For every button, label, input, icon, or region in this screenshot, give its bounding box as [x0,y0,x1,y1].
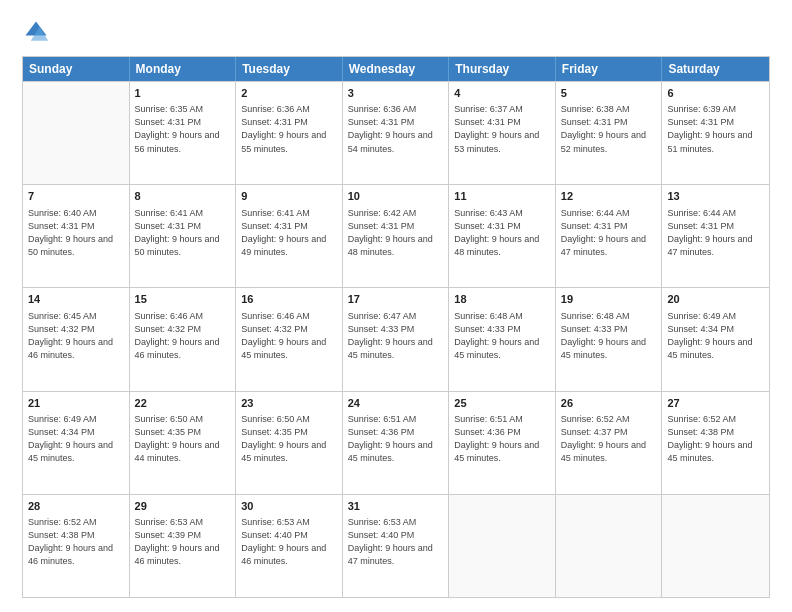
cal-cell [662,495,769,597]
day-number: 24 [348,396,444,411]
day-info: Sunrise: 6:53 AM Sunset: 4:40 PM Dayligh… [241,516,337,568]
day-number: 11 [454,189,550,204]
day-number: 18 [454,292,550,307]
day-number: 31 [348,499,444,514]
weekday-header-thursday: Thursday [449,57,556,81]
weekday-header-tuesday: Tuesday [236,57,343,81]
calendar-body: 1Sunrise: 6:35 AM Sunset: 4:31 PM Daylig… [23,81,769,597]
cal-cell: 22Sunrise: 6:50 AM Sunset: 4:35 PM Dayli… [130,392,237,494]
day-info: Sunrise: 6:52 AM Sunset: 4:37 PM Dayligh… [561,413,657,465]
weekday-header-monday: Monday [130,57,237,81]
day-number: 28 [28,499,124,514]
day-number: 26 [561,396,657,411]
cal-cell [23,82,130,184]
day-number: 30 [241,499,337,514]
cal-cell: 6Sunrise: 6:39 AM Sunset: 4:31 PM Daylig… [662,82,769,184]
day-info: Sunrise: 6:36 AM Sunset: 4:31 PM Dayligh… [241,103,337,155]
day-info: Sunrise: 6:52 AM Sunset: 4:38 PM Dayligh… [667,413,764,465]
weekday-header-sunday: Sunday [23,57,130,81]
day-number: 27 [667,396,764,411]
week-row-3: 14Sunrise: 6:45 AM Sunset: 4:32 PM Dayli… [23,287,769,390]
cal-cell: 12Sunrise: 6:44 AM Sunset: 4:31 PM Dayli… [556,185,663,287]
day-info: Sunrise: 6:50 AM Sunset: 4:35 PM Dayligh… [135,413,231,465]
calendar-header: SundayMondayTuesdayWednesdayThursdayFrid… [23,57,769,81]
day-number: 2 [241,86,337,101]
cal-cell: 29Sunrise: 6:53 AM Sunset: 4:39 PM Dayli… [130,495,237,597]
cal-cell: 2Sunrise: 6:36 AM Sunset: 4:31 PM Daylig… [236,82,343,184]
cal-cell: 15Sunrise: 6:46 AM Sunset: 4:32 PM Dayli… [130,288,237,390]
day-info: Sunrise: 6:51 AM Sunset: 4:36 PM Dayligh… [454,413,550,465]
day-number: 13 [667,189,764,204]
day-info: Sunrise: 6:43 AM Sunset: 4:31 PM Dayligh… [454,207,550,259]
day-info: Sunrise: 6:49 AM Sunset: 4:34 PM Dayligh… [667,310,764,362]
day-number: 3 [348,86,444,101]
cal-cell: 18Sunrise: 6:48 AM Sunset: 4:33 PM Dayli… [449,288,556,390]
day-number: 6 [667,86,764,101]
cal-cell: 16Sunrise: 6:46 AM Sunset: 4:32 PM Dayli… [236,288,343,390]
day-number: 29 [135,499,231,514]
week-row-5: 28Sunrise: 6:52 AM Sunset: 4:38 PM Dayli… [23,494,769,597]
day-info: Sunrise: 6:36 AM Sunset: 4:31 PM Dayligh… [348,103,444,155]
cal-cell: 14Sunrise: 6:45 AM Sunset: 4:32 PM Dayli… [23,288,130,390]
cal-cell: 26Sunrise: 6:52 AM Sunset: 4:37 PM Dayli… [556,392,663,494]
day-number: 17 [348,292,444,307]
weekday-header-saturday: Saturday [662,57,769,81]
cal-cell: 28Sunrise: 6:52 AM Sunset: 4:38 PM Dayli… [23,495,130,597]
cal-cell: 30Sunrise: 6:53 AM Sunset: 4:40 PM Dayli… [236,495,343,597]
day-info: Sunrise: 6:46 AM Sunset: 4:32 PM Dayligh… [135,310,231,362]
cal-cell: 23Sunrise: 6:50 AM Sunset: 4:35 PM Dayli… [236,392,343,494]
cal-cell: 8Sunrise: 6:41 AM Sunset: 4:31 PM Daylig… [130,185,237,287]
day-number: 1 [135,86,231,101]
cal-cell: 25Sunrise: 6:51 AM Sunset: 4:36 PM Dayli… [449,392,556,494]
cal-cell: 21Sunrise: 6:49 AM Sunset: 4:34 PM Dayli… [23,392,130,494]
cal-cell: 17Sunrise: 6:47 AM Sunset: 4:33 PM Dayli… [343,288,450,390]
week-row-4: 21Sunrise: 6:49 AM Sunset: 4:34 PM Dayli… [23,391,769,494]
day-info: Sunrise: 6:41 AM Sunset: 4:31 PM Dayligh… [135,207,231,259]
page-header [22,18,770,46]
week-row-2: 7Sunrise: 6:40 AM Sunset: 4:31 PM Daylig… [23,184,769,287]
day-number: 4 [454,86,550,101]
day-number: 25 [454,396,550,411]
day-info: Sunrise: 6:40 AM Sunset: 4:31 PM Dayligh… [28,207,124,259]
cal-cell [449,495,556,597]
calendar: SundayMondayTuesdayWednesdayThursdayFrid… [22,56,770,598]
day-number: 22 [135,396,231,411]
cal-cell: 7Sunrise: 6:40 AM Sunset: 4:31 PM Daylig… [23,185,130,287]
week-row-1: 1Sunrise: 6:35 AM Sunset: 4:31 PM Daylig… [23,81,769,184]
day-info: Sunrise: 6:38 AM Sunset: 4:31 PM Dayligh… [561,103,657,155]
cal-cell: 4Sunrise: 6:37 AM Sunset: 4:31 PM Daylig… [449,82,556,184]
day-info: Sunrise: 6:37 AM Sunset: 4:31 PM Dayligh… [454,103,550,155]
day-number: 5 [561,86,657,101]
day-info: Sunrise: 6:39 AM Sunset: 4:31 PM Dayligh… [667,103,764,155]
cal-cell: 24Sunrise: 6:51 AM Sunset: 4:36 PM Dayli… [343,392,450,494]
cal-cell: 13Sunrise: 6:44 AM Sunset: 4:31 PM Dayli… [662,185,769,287]
cal-cell: 3Sunrise: 6:36 AM Sunset: 4:31 PM Daylig… [343,82,450,184]
day-number: 9 [241,189,337,204]
cal-cell: 20Sunrise: 6:49 AM Sunset: 4:34 PM Dayli… [662,288,769,390]
day-number: 16 [241,292,337,307]
day-number: 19 [561,292,657,307]
weekday-header-wednesday: Wednesday [343,57,450,81]
day-number: 12 [561,189,657,204]
cal-cell: 31Sunrise: 6:53 AM Sunset: 4:40 PM Dayli… [343,495,450,597]
day-number: 21 [28,396,124,411]
day-number: 14 [28,292,124,307]
logo-icon [22,18,50,46]
day-number: 10 [348,189,444,204]
day-info: Sunrise: 6:41 AM Sunset: 4:31 PM Dayligh… [241,207,337,259]
day-info: Sunrise: 6:35 AM Sunset: 4:31 PM Dayligh… [135,103,231,155]
day-info: Sunrise: 6:53 AM Sunset: 4:39 PM Dayligh… [135,516,231,568]
cal-cell: 9Sunrise: 6:41 AM Sunset: 4:31 PM Daylig… [236,185,343,287]
day-number: 8 [135,189,231,204]
day-info: Sunrise: 6:42 AM Sunset: 4:31 PM Dayligh… [348,207,444,259]
cal-cell: 10Sunrise: 6:42 AM Sunset: 4:31 PM Dayli… [343,185,450,287]
day-info: Sunrise: 6:48 AM Sunset: 4:33 PM Dayligh… [561,310,657,362]
day-info: Sunrise: 6:53 AM Sunset: 4:40 PM Dayligh… [348,516,444,568]
day-number: 23 [241,396,337,411]
logo [22,18,54,46]
day-info: Sunrise: 6:45 AM Sunset: 4:32 PM Dayligh… [28,310,124,362]
day-info: Sunrise: 6:44 AM Sunset: 4:31 PM Dayligh… [561,207,657,259]
cal-cell: 11Sunrise: 6:43 AM Sunset: 4:31 PM Dayli… [449,185,556,287]
cal-cell: 27Sunrise: 6:52 AM Sunset: 4:38 PM Dayli… [662,392,769,494]
day-info: Sunrise: 6:47 AM Sunset: 4:33 PM Dayligh… [348,310,444,362]
